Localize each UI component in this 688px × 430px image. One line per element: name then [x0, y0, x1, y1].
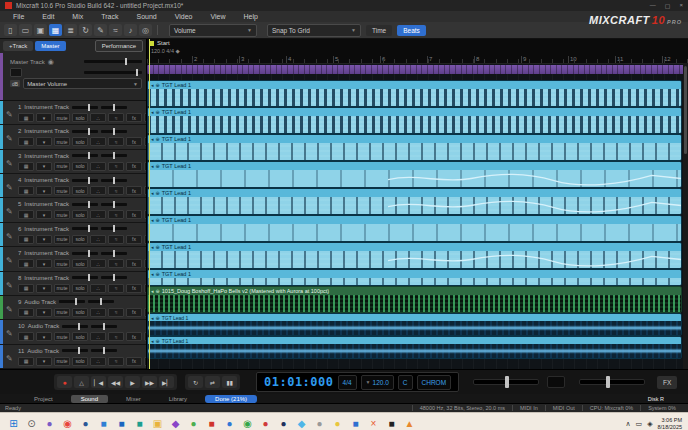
pencil-icon[interactable]: ✎	[6, 329, 13, 338]
instrument-icon[interactable]: ▦	[18, 186, 34, 195]
bottom-tab[interactable]: Sound	[71, 395, 108, 403]
instrument-icon[interactable]: ▦	[18, 357, 34, 366]
track-name[interactable]: Instrument Track	[24, 250, 69, 256]
track-pan-slider[interactable]	[101, 179, 127, 182]
track-volume-slider[interactable]	[59, 300, 85, 303]
taskbar-app-icon[interactable]: ■	[204, 416, 219, 430]
clip-collapse-icon[interactable]: ◂	[151, 163, 154, 169]
time-mode-button[interactable]: Time	[366, 25, 392, 36]
arm-button[interactable]: arm	[144, 210, 146, 219]
automation-icon[interactable]: ∴	[90, 284, 106, 293]
pencil-icon[interactable]: ✎	[6, 354, 13, 363]
fx-button[interactable]: fx	[126, 210, 142, 219]
track-name[interactable]: Instrument Track	[24, 201, 69, 207]
clip-header[interactable]: ◂ ⊕ TGT Lead 1	[148, 270, 681, 278]
solo-button[interactable]: solo	[72, 162, 88, 171]
clip-collapse-icon[interactable]: ◂	[151, 271, 154, 277]
arm-button[interactable]: arm	[144, 284, 146, 293]
track-row[interactable]: ✎ 1 Instrument Track ▦ ▾ mute solo ∴ ≈	[0, 101, 146, 125]
track-row[interactable]: ✎ 8 Instrument Track ▦ ▾ mute solo ∴ ≈	[0, 272, 146, 296]
menu-item[interactable]: View	[202, 13, 235, 20]
timeline-ruler[interactable]: Start 120.0 4/4 ◆ 23456789101112	[147, 39, 688, 64]
mute-button[interactable]: mute	[54, 357, 70, 366]
tempo-signature-marker[interactable]: 120.0 4/4 ◆	[151, 48, 180, 54]
clip-body[interactable]	[148, 116, 681, 133]
pencil-icon[interactable]: ✎	[6, 183, 13, 192]
clip[interactable]: ◂ ⊕ TGT Lead 1	[147, 107, 682, 134]
taskbar-app-icon[interactable]: ◆	[168, 416, 183, 430]
mute-button[interactable]: mute	[54, 186, 70, 195]
freeze-icon[interactable]: ≈	[108, 162, 124, 171]
solo-button[interactable]: solo	[72, 284, 88, 293]
instrument-icon[interactable]: ▦	[18, 210, 34, 219]
clip-envelope-icon[interactable]: ⊕	[156, 244, 160, 250]
clip-envelope-icon[interactable]: ⊕	[156, 82, 160, 88]
clip-envelope-icon[interactable]: ⊕	[156, 163, 160, 169]
track-pan-slider[interactable]	[101, 227, 127, 230]
mute-button[interactable]: mute	[54, 210, 70, 219]
clip-envelope-icon[interactable]: ⊕	[156, 217, 160, 223]
fx-button[interactable]: fx	[126, 113, 142, 122]
automation-icon[interactable]: ∴	[90, 186, 106, 195]
instrument-icon[interactable]: ▦	[18, 259, 34, 268]
pencil-icon[interactable]: ✎	[6, 134, 13, 143]
clip-collapse-icon[interactable]: ◂	[151, 109, 154, 115]
track-name[interactable]: Instrument Track	[24, 153, 69, 159]
mute-button[interactable]: mute	[54, 332, 70, 341]
clip-body[interactable]	[148, 197, 681, 214]
freeze-icon[interactable]: ≈	[108, 259, 124, 268]
clip-header[interactable]: ◂ ⊕ TGT Lead 1	[148, 243, 681, 251]
clip[interactable]: ◂ ⊕ TGT Lead 1	[147, 161, 682, 188]
clip-body[interactable]	[148, 278, 681, 285]
arm-button[interactable]: arm	[144, 162, 146, 171]
clip-header[interactable]: ◂ ⊕ TGT Lead 1	[148, 162, 681, 170]
clip-collapse-icon[interactable]: ◂	[151, 82, 154, 88]
track-name[interactable]: Instrument Track	[24, 128, 69, 134]
track-pan-slider[interactable]	[91, 349, 117, 352]
arm-button[interactable]: arm	[144, 332, 146, 341]
arm-button[interactable]: arm	[144, 137, 146, 146]
bottom-tab[interactable]: Library	[159, 395, 197, 403]
track-pan-slider[interactable]	[101, 106, 127, 109]
close-button[interactable]: ×	[679, 2, 683, 9]
taskbar-app-icon[interactable]: ×	[366, 416, 381, 430]
fx-button[interactable]: fx	[126, 162, 142, 171]
track-name[interactable]: Instrument Track	[24, 226, 69, 232]
arm-button[interactable]: arm	[144, 308, 146, 317]
taskbar-app-icon[interactable]: ■	[96, 416, 111, 430]
clip-body[interactable]	[148, 295, 681, 312]
taskbar-app-icon[interactable]: ●	[42, 416, 57, 430]
chevron-down-icon[interactable]: ▾	[36, 332, 52, 341]
automation-icon[interactable]: ∴	[90, 332, 106, 341]
instrument-icon[interactable]: ▦	[18, 162, 34, 171]
taskbar-app-icon[interactable]: ●	[330, 416, 345, 430]
chevron-down-icon[interactable]: ▾	[36, 210, 52, 219]
solo-button[interactable]: solo	[72, 332, 88, 341]
clip-header[interactable]: ◂ ⊕ TGT Lead 1	[148, 108, 681, 116]
battery-icon[interactable]: ▭	[636, 420, 643, 428]
taskbar-app-icon[interactable]: ●	[186, 416, 201, 430]
automation-icon[interactable]: ∴	[90, 357, 106, 366]
track-volume-slider[interactable]	[72, 130, 98, 133]
fast-forward-button[interactable]: ▶▶	[142, 376, 157, 388]
record-button[interactable]: ●	[57, 376, 72, 388]
clip-envelope-icon[interactable]: ⊕	[156, 288, 160, 294]
automation-icon[interactable]: ∴	[90, 113, 106, 122]
master-volume-select[interactable]: Master Volume ▼	[23, 78, 142, 89]
menu-item[interactable]: Sound	[127, 13, 165, 20]
menu-item[interactable]: Edit	[33, 13, 63, 20]
chevron-down-icon[interactable]: ▾	[36, 186, 52, 195]
automation-icon[interactable]: ∴	[90, 137, 106, 146]
web-icon[interactable]: ◎	[139, 24, 152, 36]
automation-icon[interactable]: ∴	[90, 259, 106, 268]
track-row[interactable]: ✎ 7 Instrument Track ▦ ▾ mute solo ∴ ≈	[0, 247, 146, 271]
track-volume-slider[interactable]	[72, 276, 98, 279]
track-volume-slider[interactable]	[62, 325, 88, 328]
solo-button[interactable]: solo	[72, 308, 88, 317]
metronome-button[interactable]: △	[74, 376, 89, 388]
solo-button[interactable]: solo	[72, 113, 88, 122]
pencil-icon[interactable]: ✎	[6, 281, 13, 290]
time-signature-box[interactable]: 4/4	[338, 375, 357, 390]
taskbar-app-icon[interactable]: ▲	[402, 416, 417, 430]
automation-icon[interactable]: ∴	[90, 235, 106, 244]
